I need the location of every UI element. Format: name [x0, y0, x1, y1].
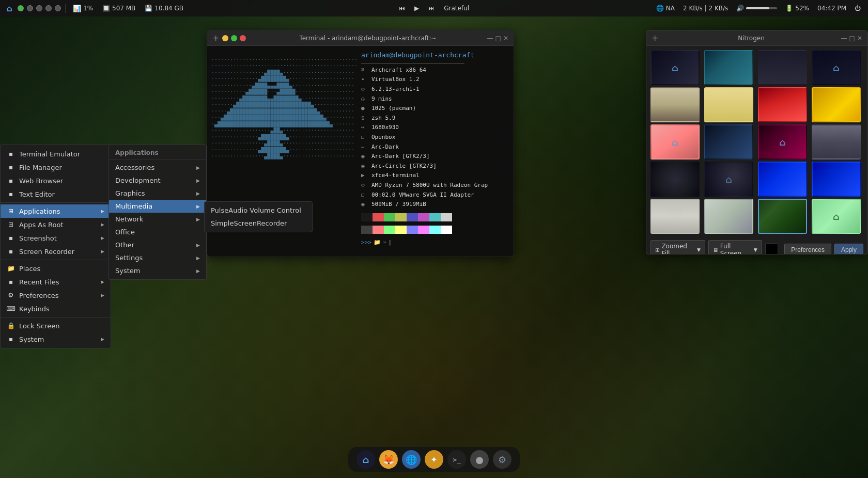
wallpaper-thumb-11[interactable]: ⌂ — [758, 124, 807, 160]
wallpaper-thumb-18[interactable] — [704, 199, 753, 234]
info-version-value: 6.2.13-arch1-1 — [371, 85, 420, 94]
dock-icon-globe[interactable]: 🌐 — [402, 450, 421, 469]
menu-item-filemanager[interactable]: ▪ File Manager — [1, 161, 111, 174]
submenu-item-accessories[interactable]: Accessories — [109, 161, 206, 174]
screenshot-icon: ▪ — [7, 234, 15, 242]
menu-item-recentfiles[interactable]: ▪ Recent Files — [1, 275, 111, 289]
menu-item-places[interactable]: 📁 Places — [1, 262, 111, 275]
wallpaper-thumb-12[interactable] — [812, 124, 861, 160]
wallpaper-thumb-16[interactable] — [812, 162, 861, 197]
terminal-close-button[interactable] — [240, 35, 246, 41]
media-next-button[interactable]: ⏭ — [425, 4, 438, 13]
menu-item-webbrowser[interactable]: ▪ Web Browser — [1, 174, 111, 187]
wallpaper-thumb-1[interactable]: ⌂ — [650, 50, 700, 85]
terminal-info-theme: ✏ Arc-Dark — [361, 142, 509, 152]
menu-item-preferences[interactable]: ⚙ Preferences — [1, 289, 111, 302]
nitrogen-add-button[interactable]: + — [652, 33, 658, 43]
wallpaper-thumb-17[interactable] — [650, 199, 700, 234]
screen-dropdown-label: Full Screen — [720, 243, 750, 254]
wallpaper-thumb-9[interactable]: ⌂ — [650, 124, 700, 160]
wallpaper-preview-2 — [705, 51, 752, 84]
terminal-shrink-button[interactable]: — — [487, 35, 493, 42]
wallpaper-thumb-7[interactable] — [758, 87, 807, 122]
terminal-x-button[interactable]: ✕ — [503, 35, 508, 42]
volume-slider[interactable] — [746, 7, 777, 9]
workspace-dot-1[interactable] — [18, 5, 24, 11]
workspace-dot-5[interactable] — [55, 5, 61, 11]
terminal-add-tab-button[interactable]: + — [212, 33, 219, 43]
wallpaper-thumb-5[interactable] — [650, 87, 700, 122]
nitrogen-screen-dropdown[interactable]: 🖥 Full Screen ▼ — [708, 240, 762, 254]
dock-icon-arch[interactable]: ⌂ — [357, 450, 375, 469]
nitrogen-apply-button[interactable]: Apply — [834, 244, 863, 254]
wallpaper-thumb-6[interactable] — [704, 87, 753, 122]
menu-item-texteditor[interactable]: ▪ Text Editor — [1, 187, 111, 201]
submenu-item-other[interactable]: Other — [109, 238, 206, 251]
menu-item-appsasroot[interactable]: ⊞ Apps As Root — [1, 218, 111, 231]
workspace-dot-2[interactable] — [27, 5, 33, 11]
menu-item-applications[interactable]: ⊞ Applications — [1, 204, 111, 218]
media-prev-button[interactable]: ⏮ — [396, 4, 408, 13]
menu-item-screenshot[interactable]: ▪ Screenshot — [1, 231, 111, 245]
arch-logo-button[interactable]: ⌂ — [4, 3, 14, 13]
submenu-item-settings[interactable]: Settings — [109, 251, 206, 264]
submenu-item-graphics[interactable]: Graphics — [109, 187, 206, 200]
applications-icon: ⊞ — [7, 207, 15, 215]
submenu-item-development[interactable]: Development — [109, 174, 206, 187]
dock-icon-firefox[interactable]: 🦊 — [379, 450, 398, 469]
submenu-item-system2[interactable]: System — [109, 264, 206, 277]
menu-item-screenrecorder[interactable]: ▪ Screen Recorder — [1, 245, 111, 258]
dock-icon-dot[interactable]: ● — [470, 450, 489, 469]
submenu-item-network[interactable]: Network — [109, 213, 206, 226]
wallpaper-thumb-20[interactable]: ⌂ — [812, 199, 861, 234]
submenu-item-office[interactable]: Office — [109, 226, 206, 238]
terminal-maximize-button[interactable] — [231, 35, 237, 41]
terminal-title: Terminal - arindam@debugpoint-archcraft:… — [249, 35, 487, 42]
wallpaper-thumb-10[interactable] — [704, 124, 753, 160]
menu-item-keybinds[interactable]: ⌨ Keybinds — [1, 302, 111, 315]
workspace-dot-4[interactable] — [45, 5, 52, 11]
volume-control[interactable]: 🔊 — [733, 4, 780, 13]
wallpaper-thumb-4[interactable]: ⌂ — [812, 50, 861, 85]
nitrogen-preferences-button[interactable]: Preferences — [784, 244, 831, 254]
arch-overlay-9: ⌂ — [672, 137, 678, 148]
wallpaper-thumb-14[interactable]: ⌂ — [704, 162, 753, 197]
wallpaper-thumb-3[interactable] — [758, 50, 807, 85]
nitrogen-mode-dropdown[interactable]: ⊞ Zoomed Fill ▼ — [650, 240, 705, 254]
time-display: 04:42 PM — [814, 4, 849, 13]
dock-icon-apps[interactable]: ✦ — [425, 450, 443, 469]
terminal-prompt[interactable]: >>> 📁 ~ | — [361, 238, 509, 247]
power-button[interactable]: ⏻ — [851, 4, 864, 13]
info-cpu-value: AMD Ryzen 7 5800U with Radeon Grap — [371, 181, 488, 190]
dock-icon-terminal[interactable]: >_ — [447, 450, 466, 469]
wallpaper-thumb-13[interactable] — [650, 162, 700, 197]
nitrogen-minimize-button[interactable]: — — [841, 35, 847, 42]
nitrogen-color-picker[interactable] — [765, 243, 779, 254]
webbrowser-icon: ▪ — [7, 177, 15, 185]
submenu2-item-pulseaudio[interactable]: PulseAudio Volume Control — [205, 204, 312, 217]
menu-item-terminal[interactable]: ▪ Terminal Emulator — [1, 147, 111, 161]
workspace-dot-3[interactable] — [36, 5, 42, 11]
wallpaper-thumb-2[interactable] — [704, 50, 753, 85]
color-swatch-8 — [441, 213, 452, 221]
wallpaper-thumb-15[interactable] — [758, 162, 807, 197]
mode-dropdown-chevron: ▼ — [697, 247, 701, 252]
wallpaper-thumb-19[interactable] — [758, 199, 807, 234]
media-play-button[interactable]: ▶ — [411, 4, 422, 13]
preferences-label: Preferences — [19, 292, 58, 299]
nitrogen-shrink-button[interactable]: □ — [849, 35, 855, 42]
appsasroot-label: Apps As Root — [19, 221, 64, 229]
disk-value: 10.84 GB — [154, 5, 183, 12]
terminal-minimize-button[interactable] — [222, 35, 228, 41]
pulseaudio-label: PulseAudio Volume Control — [211, 206, 301, 214]
nitrogen-close-button[interactable]: ✕ — [857, 35, 862, 42]
wallpaper-thumb-8[interactable] — [812, 87, 861, 122]
color-swatch-12 — [395, 226, 407, 234]
submenu2-item-simplescreenrecorder[interactable]: SimpleScreenRecorder — [205, 217, 312, 230]
menu-item-system[interactable]: ▪ System — [1, 332, 111, 346]
terminal-expand-button[interactable]: □ — [495, 35, 501, 42]
dock-icon-settings[interactable]: ⚙ — [493, 450, 512, 469]
submenu-item-multimedia[interactable]: Multimedia — [109, 200, 206, 213]
menu-item-lockscreen[interactable]: 🔒 Lock Screen — [1, 319, 111, 332]
music-label: Grateful — [441, 4, 472, 13]
